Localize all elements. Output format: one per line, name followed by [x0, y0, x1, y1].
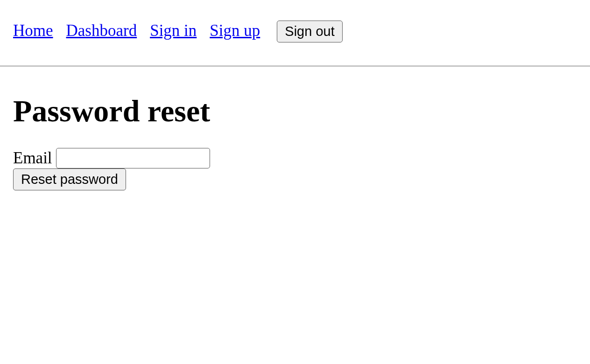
email-field[interactable]: [56, 148, 210, 168]
form-row: Email Reset password: [13, 147, 577, 190]
signout-button[interactable]: Sign out: [277, 21, 342, 42]
nav-signup[interactable]: Sign up: [210, 21, 260, 40]
page-title: Password reset: [13, 93, 577, 129]
email-label: Email: [13, 149, 52, 167]
nav-dashboard[interactable]: Dashboard: [66, 21, 137, 40]
nav-signin[interactable]: Sign in: [150, 21, 197, 40]
main-content: Password reset Email Reset password: [0, 66, 590, 203]
reset-password-button[interactable]: Reset password: [13, 168, 126, 190]
nav-home[interactable]: Home: [13, 21, 53, 40]
header: Home Dashboard Sign in Sign up Sign out: [0, 0, 590, 66]
